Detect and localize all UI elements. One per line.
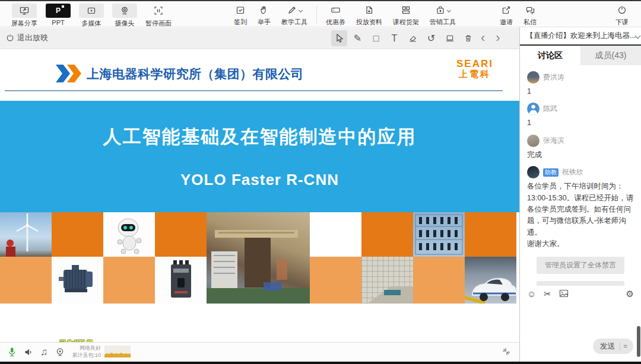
raise-hand-button[interactable]: 举手 — [258, 4, 271, 27]
collage-circuit-breaker-photo — [155, 257, 207, 304]
teaching-tools-label: 教学工具 — [281, 18, 307, 27]
tab-members[interactable]: 成员(43) — [580, 46, 641, 65]
marketing-tools-button[interactable]: 营销工具 — [430, 4, 456, 27]
system-notice-text: 管理员取消了全体禁言 — [537, 281, 624, 286]
emoji-button[interactable]: ☺ — [527, 289, 536, 298]
coupon-icon — [331, 4, 341, 17]
chat-input-area[interactable] — [520, 301, 641, 338]
sign-in-icon — [236, 4, 245, 17]
slide-nav: ‹ › — [481, 29, 500, 47]
shape-tool-button[interactable]: □ — [368, 30, 384, 46]
network-status: 网络良好 累计丢包:10 — [70, 345, 101, 359]
chat-message: 助教 祝铁欣 各位学员，下午培训时间为：13:00-15:30。课程已经开始，请… — [527, 166, 634, 250]
status-bar: ♫ 网络良好 累计丢包:10 — [0, 342, 519, 362]
music-button[interactable]: ♫ — [40, 346, 48, 358]
avatar — [527, 166, 540, 178]
end-class-button[interactable]: 下课 — [615, 4, 629, 27]
media-label: 多媒体 — [82, 19, 101, 28]
materials-icon — [364, 4, 374, 17]
image-button[interactable] — [559, 289, 569, 298]
recorder-watermark: 录制工具 KK 录像机 — [51, 340, 101, 342]
avatar — [527, 103, 540, 115]
marketing-tools-label: 营销工具 — [430, 18, 456, 27]
exit-presentation-button[interactable]: 退出放映 — [6, 33, 48, 43]
header-rule — [5, 90, 503, 91]
chat-message-list[interactable]: 费洪涛 1 陈武 1 张海滨 完成 助教 祝铁欣 各位学员，下午培训时间为： — [520, 65, 641, 286]
system-notice-text: 管理员设置了全体禁言 — [537, 257, 624, 274]
undo-button[interactable]: ↺ — [423, 30, 439, 46]
slide-canvas: 上海电器科学研究所（集团）有限公司 SEARI 上電科 人工智能基础及在智能制造… — [0, 49, 519, 342]
collage-orange-tile — [103, 257, 155, 304]
pause-screen-label: 暂停画面 — [145, 19, 172, 28]
send-label: 发送 — [593, 341, 620, 352]
live-intro-title: 【直播介绍】欢迎来到上海电器... — [526, 31, 636, 41]
chevron-down-icon — [298, 8, 302, 12]
coupon-label: 优惠券 — [326, 18, 345, 27]
collage-orange-tile — [413, 257, 465, 304]
invite-icon — [502, 4, 511, 17]
chat-user-name: 祝铁欣 — [562, 167, 583, 177]
sign-in-button[interactable]: 签到 — [234, 4, 247, 27]
speaker-button[interactable] — [24, 347, 33, 357]
teaching-tools-button[interactable]: 教学工具 — [281, 4, 307, 27]
screenshot-button[interactable]: ✂ — [544, 289, 551, 298]
collage-robot-photo — [103, 212, 155, 257]
cursor-tool-button[interactable] — [331, 30, 347, 46]
tab-discussion[interactable]: 讨论区 — [520, 46, 580, 65]
sidebar-scrollbar[interactable] — [637, 326, 640, 357]
assistant-badge: 助教 — [543, 168, 559, 177]
course-shelf-button[interactable]: 课程货架 — [393, 4, 419, 27]
chat-bubbles-icon — [525, 4, 535, 17]
toolbar-endclass-group: 下课 — [610, 4, 634, 27]
gear-icon[interactable]: ⚙ — [626, 289, 634, 298]
camera-button[interactable]: 摄像头 — [112, 4, 137, 28]
eraser-icon — [408, 34, 417, 43]
laptop-icon — [445, 34, 455, 43]
chat-message: 费洪涛 1 — [527, 71, 634, 97]
toolbar-middle-group: 签到 举手 教学工具 — [229, 4, 461, 27]
next-slide-button[interactable]: › — [496, 29, 500, 47]
sign-in-label: 签到 — [234, 18, 247, 27]
send-options-icon[interactable]: = — [620, 343, 633, 350]
double-chevron-icon — [56, 65, 81, 82]
text-tool-button[interactable]: T — [386, 30, 402, 46]
collage-orange-tile — [52, 212, 103, 257]
chevron-down-icon[interactable] — [635, 33, 641, 39]
chat-user-name: 张海滨 — [543, 136, 564, 146]
pen-tool-button[interactable]: ✎ — [350, 30, 366, 46]
direct-message-button[interactable]: 私信 — [523, 4, 537, 27]
collapse-panel-button[interactable] — [502, 347, 511, 356]
collage-orange-tile — [155, 212, 207, 257]
microphone-button[interactable] — [7, 347, 17, 357]
collage-orange-tile — [310, 257, 361, 304]
materials-button[interactable]: 投放资料 — [356, 4, 382, 27]
chat-message: 陈武 1 — [527, 103, 634, 129]
eraser-tool-button[interactable] — [405, 30, 421, 46]
prev-slide-button[interactable]: ‹ — [481, 29, 485, 47]
slide-header: 上海电器科学研究所（集团）有限公司 SEARI 上電科 — [0, 49, 519, 101]
slide-subtitle: YOLO Faster R-CNN — [180, 171, 339, 189]
presenter-bar: 退出放映 ✎ □ T ↺ ‹ › — [0, 28, 519, 49]
live-intro-header[interactable]: 【直播介绍】欢迎来到上海电器... — [520, 27, 641, 46]
rectangle-icon: □ — [373, 33, 379, 44]
collage-electrical-cabinet-photo — [413, 212, 465, 257]
chat-message-text: 完成 — [527, 149, 634, 161]
coupon-button[interactable]: 优惠券 — [326, 4, 345, 27]
window-bottom-edge — [0, 362, 641, 364]
webcam-button[interactable] — [55, 347, 65, 357]
sidebar-tabs: 讨论区 成员(43) — [520, 46, 641, 65]
pencil-icon: ✎ — [354, 33, 361, 44]
pause-screen-button[interactable]: 暂停画面 — [145, 4, 172, 28]
collage-electric-motor-photo — [52, 257, 103, 304]
slide-title: 人工智能基础及在智能制造中的应用 — [103, 124, 417, 149]
ppt-label: PPT — [52, 19, 64, 26]
ppt-button[interactable]: P PPT — [46, 4, 71, 26]
course-shelf-icon — [401, 4, 411, 17]
whiteboard-button[interactable] — [442, 30, 458, 46]
clear-annotations-button[interactable] — [460, 30, 476, 46]
screen-share-button[interactable]: 屏幕分享 — [11, 4, 37, 28]
send-button[interactable]: 发送 = — [593, 339, 633, 354]
invite-button[interactable]: 邀请 — [500, 4, 513, 27]
media-button[interactable]: 多媒体 — [79, 4, 104, 28]
live-chat-sidebar: 【直播介绍】欢迎来到上海电器... 讨论区 成员(43) 费洪涛 1 陈武 1 … — [519, 27, 641, 362]
